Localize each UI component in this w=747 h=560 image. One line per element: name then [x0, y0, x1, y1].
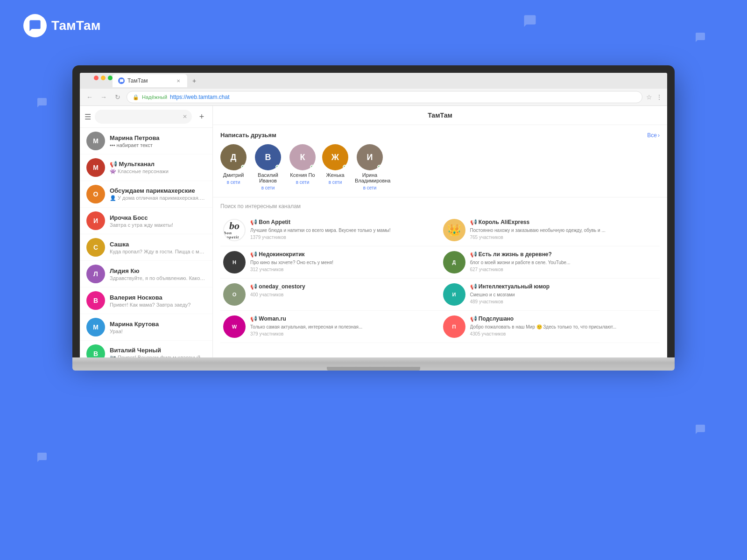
friends-section: Написать друзьям Все › ДДмитрийв сетиВВа… [213, 125, 667, 197]
laptop-screen: ТамТам ✕ + ← → ↻ 🔒 Надёжный https://web.… [80, 73, 667, 357]
channel-desc: Добро пожаловать в наш Мир 🙂 Здесь тольк… [470, 324, 657, 330]
chat-list-item[interactable]: ММарина КрутоваУраа! [80, 314, 212, 341]
window-controls [94, 76, 113, 80]
chat-list-item[interactable]: ООбсуждаем парикмахерские👤 У дома отличн… [80, 181, 212, 208]
app-layout: ☰ ✕ + ММарина Петрова••• набирает текстМ… [80, 106, 667, 357]
browser-tabs: ТамТам ✕ + [80, 73, 667, 89]
chat-list-item[interactable]: ВВалерия НосковаПривет! Как мама? Завтра… [80, 287, 212, 314]
chat-preview: 👤 У дома отличная парикмахерская. И недо… [110, 195, 206, 201]
online-indicator [241, 165, 246, 169]
friend-name: Дмитрий [223, 172, 244, 178]
friend-name: Василий Иванов [253, 172, 283, 183]
channel-avatar: И [443, 283, 465, 306]
browser-menu-icon[interactable]: ⋮ [656, 93, 662, 101]
avatar: М [86, 132, 105, 150]
friend-name: Ксения По [290, 172, 315, 178]
browser-tab[interactable]: ТамТам ✕ [113, 74, 187, 87]
channel-count: 400 участников [250, 292, 437, 297]
avatar: С [86, 238, 105, 257]
laptop-base [72, 357, 675, 371]
chat-name: Марина Петрова [110, 134, 206, 141]
hamburger-menu-icon[interactable]: ☰ [85, 112, 91, 121]
channel-info: 📢 ПодслушаноДобро пожаловать в наш Мир 🙂… [470, 315, 657, 336]
friend-item[interactable]: ККсения Пов сети [289, 144, 316, 190]
chat-name: Лидия Кю [110, 267, 206, 274]
chat-info: Марина Петрова••• набирает текст [110, 134, 206, 148]
add-chat-btn[interactable]: + [196, 111, 208, 123]
minimize-window-btn[interactable] [101, 76, 106, 80]
avatar: М [86, 158, 105, 177]
channel-avatar: 👑 [443, 219, 465, 241]
bookmark-icon[interactable]: ☆ [646, 93, 652, 101]
friend-avatar: Ж [322, 144, 348, 170]
chat-info: 📢 Мультканал👾 Классные персонажи [110, 161, 206, 175]
channel-item[interactable]: O📢 oneday_onestory400 участников [220, 279, 440, 311]
url-text: https://web.tamtam.chat [170, 94, 229, 100]
chat-list-item[interactable]: М📢 Мультканал👾 Классные персонажи [80, 154, 212, 181]
close-window-btn[interactable] [94, 76, 99, 80]
friends-all-link[interactable]: Все › [647, 132, 660, 139]
tab-close-btn[interactable]: ✕ [175, 77, 182, 84]
friend-status: в сети [227, 180, 240, 185]
main-content: ТамТам Написать друзьям Все › ДДмитрийв … [213, 106, 667, 357]
chat-preview: Привет! Как мама? Завтра заеду? [110, 302, 206, 308]
refresh-button[interactable]: ↻ [113, 92, 123, 102]
channel-item[interactable]: Н📢 НедокинокритикПро кино вы хочете? Оно… [220, 246, 440, 279]
channel-item[interactable]: W📢 Woman.ruТолько самая актуальная, инте… [220, 311, 440, 343]
channel-info: 📢 НедокинокритикПро кино вы хочете? Оно … [250, 251, 437, 272]
friend-avatar: И [357, 144, 383, 170]
main-header-title: ТамТам [213, 106, 667, 125]
channel-name: 📢 Король AliExpress [470, 219, 657, 226]
chat-info: Ирочка БоссЗавтра с утра жду макеты! [110, 214, 206, 228]
friend-item[interactable]: ЖЖенькав сети [322, 144, 348, 190]
channel-name: 📢 Интеллектуальный юмор [470, 283, 657, 291]
friend-item[interactable]: ДДмитрийв сети [220, 144, 247, 190]
channel-avatar: Д [443, 251, 465, 273]
friend-avatar: К [289, 144, 316, 170]
channel-item[interactable]: Д📢 Есть ли жизнь в деревне?блог о моей ж… [440, 246, 660, 279]
bg-icon-3 [33, 93, 51, 112]
maximize-window-btn[interactable] [108, 76, 113, 80]
online-indicator [343, 165, 347, 169]
chat-name: 📢 Мультканал [110, 161, 206, 168]
chat-list-item[interactable]: ЛЛидия КюЗдравствуйте, я по объявлению. … [80, 261, 212, 287]
avatar: В [86, 291, 105, 310]
chat-info: Валерия НосковаПривет! Как мама? Завтра … [110, 294, 206, 308]
friend-item[interactable]: ИИрина Владимировнав сети [355, 144, 385, 190]
channel-item[interactable]: 👑📢 Король AliExpressПостоянно нахожу и з… [440, 214, 660, 246]
browser-addressbar: ← → ↻ 🔒 Надёжный https://web.tamtam.chat… [80, 89, 667, 105]
sidebar: ☰ ✕ + ММарина Петрова••• набирает текстМ… [80, 106, 213, 357]
back-button[interactable]: ← [85, 92, 95, 102]
friend-avatar: Д [220, 144, 247, 170]
chat-list-item[interactable]: ММарина Петрова••• набирает текст [80, 128, 212, 154]
address-bar[interactable]: 🔒 Надёжный https://web.tamtam.chat [127, 91, 642, 103]
chat-list-item[interactable]: ИИрочка БоссЗавтра с утра жду макеты! [80, 208, 212, 234]
chat-preview: ••• набирает текст [110, 142, 206, 148]
chat-preview: Здравствуйте, я по объявлению. Какой раз… [110, 275, 206, 281]
secure-label: Надёжный [142, 94, 167, 100]
channel-item[interactable]: И📢 Интеллектуальный юморСмешно и с мозга… [440, 279, 660, 311]
chat-info: СашкаКуда пропал? Жду в гости. Пицца с м… [110, 241, 206, 254]
search-box[interactable]: ✕ [95, 110, 192, 124]
channel-name: 📢 Недокинокритик [250, 251, 437, 259]
channel-name: 📢 Woman.ru [250, 315, 437, 323]
friend-item[interactable]: ВВасилий Ивановв сети [253, 144, 283, 190]
chat-list-item[interactable]: ВВиталий Черный📷 Привет! Вечером фильм к… [80, 341, 212, 357]
search-clear-btn[interactable]: ✕ [183, 113, 187, 120]
channel-item[interactable]: bobon appetit📢 Bon AppetitЛучшие блюда и… [220, 214, 440, 246]
channel-count: 379 участников [250, 331, 437, 336]
chat-list-item[interactable]: ССашкаКуда пропал? Жду в гости. Пицца с … [80, 234, 212, 261]
channel-count: 765 участников [470, 235, 657, 240]
channels-grid: bobon appetit📢 Bon AppetitЛучшие блюда и… [220, 214, 660, 343]
laptop-container: ТамТам ✕ + ← → ↻ 🔒 Надёжный https://web.… [72, 65, 675, 513]
chat-name: Виталий Черный [110, 347, 206, 354]
channel-avatar: Н [223, 251, 246, 273]
channel-desc: блог о моей жизни и работе в селе. YouTu… [470, 259, 657, 266]
channel-count: 4305 участников [470, 331, 657, 336]
new-tab-btn[interactable]: + [188, 75, 200, 87]
logo-icon [23, 14, 47, 37]
bg-icon-2 [691, 28, 710, 47]
forward-button[interactable]: → [99, 92, 109, 102]
channel-item[interactable]: П📢 ПодслушаноДобро пожаловать в наш Мир … [440, 311, 660, 343]
chat-info: Обсуждаем парикмахерские👤 У дома отлична… [110, 187, 206, 201]
